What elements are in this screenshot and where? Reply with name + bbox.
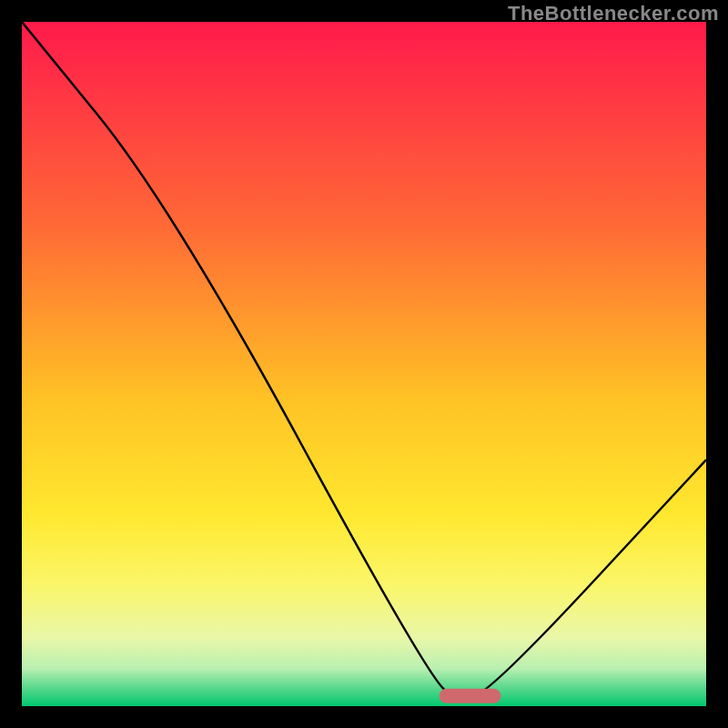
- gradient-background: [22, 22, 706, 706]
- plot-area: [22, 22, 706, 706]
- watermark-label: TheBottlenecker.com: [508, 2, 719, 25]
- chart-container: TheBottlenecker.com: [0, 0, 728, 728]
- optimal-band-marker: [440, 689, 501, 703]
- chart-svg: [22, 22, 706, 706]
